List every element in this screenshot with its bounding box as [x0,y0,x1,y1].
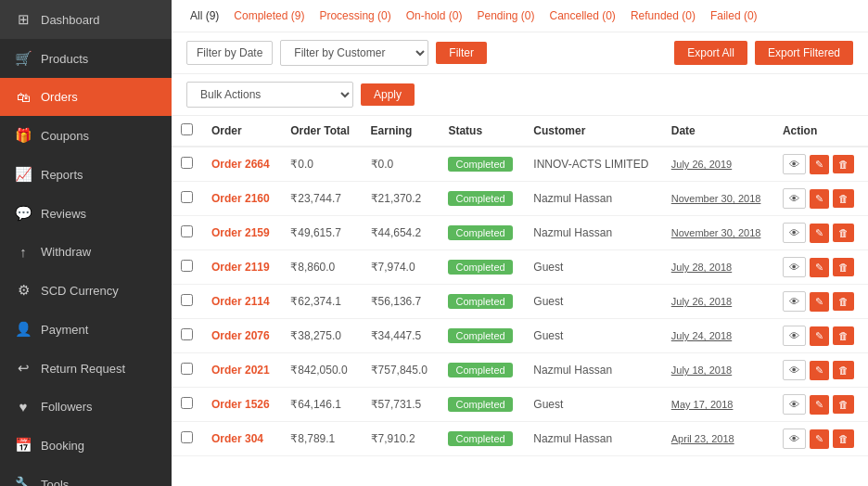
view-button-4[interactable]: 👁 [783,291,806,312]
select-all-checkbox[interactable] [181,123,193,135]
view-button-3[interactable]: 👁 [783,257,806,277]
row-total-3: ₹8,860.0 [281,250,361,285]
table-row: Order 2160 ₹23,744.7 ₹21,370.2 Completed… [172,182,868,216]
date-link-8: April 23, 2018 [671,433,734,444]
order-link-0[interactable]: Order 2664 [211,158,270,171]
tab-processing[interactable]: Processing (0) [315,7,394,24]
delete-button-0[interactable]: 🗑 [833,155,854,173]
sidebar-label-withdraw: Withdraw [41,245,91,259]
filter-button[interactable]: Filter [436,42,487,64]
sidebar-item-tools[interactable]: 🔧Tools [0,465,172,486]
tools-icon: 🔧 [15,476,32,486]
edit-button-2[interactable]: ✎ [810,224,829,243]
row-customer-8: Nazmul Hassan [524,422,661,456]
order-link-3[interactable]: Order 2119 [211,261,270,274]
tab-all[interactable]: All (9) [186,7,223,24]
delete-button-4[interactable]: 🗑 [833,292,854,311]
edit-button-3[interactable]: ✎ [810,258,829,277]
sidebar-label-payment: Payment [41,323,88,337]
sidebar-item-orders[interactable]: 🛍Orders [0,78,172,116]
sidebar-item-reports[interactable]: 📈Reports [0,155,172,194]
sidebar-label-followers: Followers [41,400,93,414]
row-checkbox-7[interactable] [181,397,193,409]
delete-button-8[interactable]: 🗑 [833,429,854,448]
edit-button-4[interactable]: ✎ [810,292,829,312]
filter-customer-select[interactable]: Filter by Customer [280,40,428,66]
delete-button-1[interactable]: 🗑 [833,189,854,208]
row-checkbox-8[interactable] [181,431,193,443]
row-date-3: July 28, 2018 [662,250,773,285]
filter-date-button[interactable]: Filter by Date [186,41,273,65]
sidebar-item-return-request[interactable]: ↩Return Request [0,349,172,388]
followers-icon: ♥ [15,399,32,415]
view-button-0[interactable]: 👁 [783,154,806,174]
delete-button-6[interactable]: 🗑 [833,361,854,379]
row-checkbox-6[interactable] [181,363,193,375]
order-link-6[interactable]: Order 2021 [211,364,270,377]
col-total: Order Total [281,116,361,147]
tab-completed[interactable]: Completed (9) [230,7,308,24]
delete-button-3[interactable]: 🗑 [833,258,854,276]
row-checkbox-3[interactable] [181,260,193,272]
export-filtered-button[interactable]: Export Filtered [755,41,853,65]
sidebar-item-reviews[interactable]: 💬Reviews [0,194,172,233]
coupons-icon: 🎁 [15,127,32,144]
edit-button-0[interactable]: ✎ [810,155,829,174]
row-earning-7: ₹57,731.5 [362,388,440,422]
tab-onhold[interactable]: On-hold (0) [402,7,466,24]
row-total-1: ₹23,744.7 [281,182,361,216]
row-status-7: Completed [439,388,524,422]
order-link-5[interactable]: Order 2076 [211,329,270,342]
edit-button-5[interactable]: ✎ [810,326,829,346]
row-checkbox-1[interactable] [181,191,193,203]
delete-button-5[interactable]: 🗑 [833,326,854,345]
col-order: Order [202,116,281,147]
delete-button-2[interactable]: 🗑 [833,224,854,242]
sidebar-item-scd-currency[interactable]: ⚙SCD Currency [0,271,172,310]
sidebar-item-dashboard[interactable]: ⊞Dashboard [0,0,172,39]
edit-button-7[interactable]: ✎ [810,395,829,415]
row-checkbox-5[interactable] [181,328,193,340]
tab-refunded[interactable]: Refunded (0) [627,7,699,24]
view-button-1[interactable]: 👁 [783,188,806,209]
order-link-7[interactable]: Order 1526 [211,398,270,411]
sidebar-label-scd-currency: SCD Currency [41,284,119,298]
date-link-5: July 24, 2018 [671,330,732,341]
edit-button-6[interactable]: ✎ [810,361,829,380]
view-button-8[interactable]: 👁 [783,428,806,449]
tab-pending[interactable]: Pending (0) [473,7,538,24]
row-date-8: April 23, 2018 [662,422,773,456]
row-customer-6: Nazmul Hassan [524,353,661,388]
edit-button-8[interactable]: ✎ [810,429,829,449]
bulk-actions-bar: Bulk Actions Apply [172,74,868,116]
row-earning-0: ₹0.0 [362,147,440,182]
export-all-button[interactable]: Export All [674,41,747,65]
sidebar-item-booking[interactable]: 📅Booking [0,426,172,465]
view-button-5[interactable]: 👁 [783,326,806,346]
sidebar-item-products[interactable]: 🛒Products [0,39,172,78]
order-link-4[interactable]: Order 2114 [211,295,270,308]
tab-failed[interactable]: Failed (0) [707,7,761,24]
sidebar-item-followers[interactable]: ♥Followers [0,388,172,426]
view-button-6[interactable]: 👁 [783,360,806,380]
date-link-2: November 30, 2018 [671,227,761,238]
order-link-1[interactable]: Order 2160 [211,192,270,205]
edit-button-1[interactable]: ✎ [810,189,829,209]
tab-cancelled[interactable]: Cancelled (0) [546,7,619,24]
bulk-actions-select[interactable]: Bulk Actions [186,82,353,108]
order-link-8[interactable]: Order 304 [211,432,263,445]
order-link-2[interactable]: Order 2159 [211,226,270,239]
sidebar-item-coupons[interactable]: 🎁Coupons [0,116,172,155]
row-checkbox-0[interactable] [181,157,193,169]
col-earning: Earning [362,116,440,147]
view-button-7[interactable]: 👁 [783,394,806,415]
sidebar-item-payment[interactable]: 👤Payment [0,310,172,349]
row-checkbox-4[interactable] [181,294,193,306]
sidebar-item-withdraw[interactable]: ↑Withdraw [0,233,172,271]
row-customer-3: Guest [524,250,661,285]
view-button-2[interactable]: 👁 [783,223,806,243]
table-row: Order 2114 ₹62,374.1 ₹56,136.7 Completed… [172,285,868,319]
delete-button-7[interactable]: 🗑 [833,395,854,414]
bulk-apply-button[interactable]: Apply [361,83,415,106]
row-checkbox-2[interactable] [181,225,193,237]
